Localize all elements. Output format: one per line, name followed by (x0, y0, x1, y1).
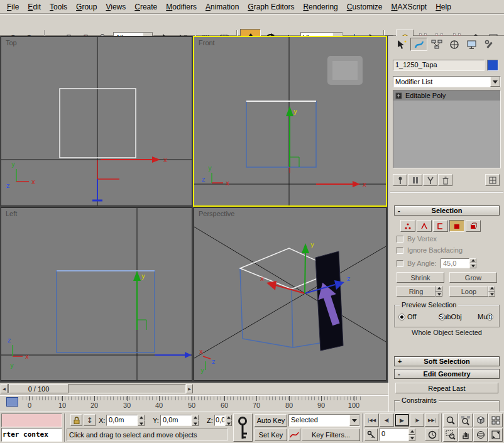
by-angle-spinner[interactable] (469, 258, 476, 268)
x-axis-gizmo-arrow[interactable] (353, 181, 360, 187)
set-key-button[interactable]: Set Key (255, 429, 287, 441)
viewport-perspective[interactable]: x z y x z y Perspective (194, 208, 386, 380)
tab-motion[interactable] (446, 38, 463, 51)
modifier-list-dropdown[interactable]: Modifier List (393, 76, 501, 87)
selection-rollout-header[interactable]: - Selection (394, 205, 500, 216)
menu-file[interactable]: File (3, 1, 23, 13)
default-tangents-button[interactable] (288, 429, 300, 441)
set-keys-button[interactable] (233, 413, 253, 442)
zoom-button[interactable] (443, 413, 457, 427)
x-coord-field[interactable]: 0,0m (106, 415, 138, 426)
selection-lock-toggle[interactable] (70, 414, 82, 426)
maximize-viewport-button[interactable] (488, 428, 503, 442)
ring-button[interactable]: Ring (397, 286, 436, 297)
next-frame-button[interactable]: |▶ (410, 413, 424, 427)
selected-object-wireframe[interactable] (246, 101, 316, 167)
polygon-subobject-button[interactable] (449, 220, 464, 232)
viewport-front-label[interactable]: Front (199, 39, 215, 46)
previous-frame-button[interactable]: ◀| (380, 413, 394, 427)
viewport-perspective-label[interactable]: Perspective (199, 210, 234, 217)
make-unique-button[interactable] (423, 174, 437, 186)
zoom-extents-all-button[interactable] (488, 413, 503, 427)
listener-input[interactable]: rter contex (1, 428, 62, 442)
tab-create[interactable] (393, 38, 410, 51)
key-mode-toggle-button[interactable] (364, 429, 378, 441)
auto-key-button[interactable]: Auto Key (255, 414, 287, 427)
pin-stack-button[interactable] (393, 174, 407, 186)
edge-subobject-button[interactable] (417, 220, 432, 232)
menu-modifiers[interactable]: Modifiers (162, 1, 201, 13)
arc-rotate-button[interactable] (473, 428, 488, 442)
by-angle-field[interactable]: 45,0 (441, 258, 469, 268)
menu-group[interactable]: Group (72, 1, 101, 13)
tab-display[interactable] (463, 38, 480, 51)
macro-recorder-panel[interactable] (1, 413, 62, 427)
edit-geometry-rollout-header[interactable]: - Edit Geometry (394, 369, 500, 379)
by-angle-checkbox[interactable] (397, 260, 403, 267)
go-to-start-button[interactable]: |◀◀ (364, 413, 379, 427)
absolute-offset-toggle[interactable]: ↕ (84, 414, 96, 426)
selected-object-wireframe[interactable] (57, 271, 155, 353)
menu-rendering[interactable]: Rendering (299, 1, 342, 13)
y-coord-field[interactable]: 0,0m (160, 415, 192, 426)
zoom-extents-button[interactable] (473, 413, 488, 427)
repeat-last-button[interactable]: Repeat Last (395, 383, 498, 393)
vertex-subobject-button[interactable] (400, 220, 415, 232)
x-coord-spinner[interactable] (138, 415, 145, 426)
x-axis-arrow[interactable] (152, 156, 160, 163)
time-configuration-button[interactable] (425, 429, 439, 441)
menu-tools[interactable]: Tools (45, 1, 72, 13)
current-frame-marker[interactable] (6, 397, 18, 407)
menu-customize[interactable]: Customize (342, 1, 387, 13)
modifier-stack-row[interactable]: Editable Poly (393, 90, 500, 101)
menu-edit[interactable]: Edit (23, 1, 45, 13)
x-axis-gizmo-arrow[interactable] (266, 281, 277, 290)
menu-help[interactable]: Help (431, 1, 456, 13)
zoom-all-button[interactable] (458, 413, 473, 427)
key-mode-dropdown[interactable]: Selected (288, 414, 360, 427)
y-axis-gizmo-arrow[interactable] (286, 106, 293, 116)
shrink-button[interactable]: Shrink (397, 272, 444, 283)
remove-modifier-button[interactable] (438, 174, 452, 186)
y-coord-spinner[interactable] (192, 415, 199, 426)
loop-button[interactable]: Loop (449, 286, 488, 297)
menu-graph-editors[interactable]: Graph Editors (243, 1, 299, 13)
tab-modify[interactable] (410, 38, 427, 51)
by-vertex-checkbox[interactable] (397, 236, 403, 243)
menu-views[interactable]: Views (101, 1, 130, 13)
preview-off-radio[interactable] (398, 314, 405, 320)
viewport-left-label[interactable]: Left (6, 210, 17, 217)
viewport-front[interactable]: y x y x z Front (194, 37, 386, 205)
modifier-stack-list[interactable]: Editable Poly (393, 90, 501, 168)
viewport-left[interactable]: y z x y Left (1, 208, 192, 380)
zoom-region-button[interactable] (443, 428, 457, 442)
y-axis-gizmo-arrow[interactable] (302, 243, 309, 253)
key-filters-button[interactable]: Key Filters... (302, 429, 360, 441)
border-subobject-button[interactable] (433, 220, 448, 232)
y-axis-gizmo-arrow[interactable] (133, 271, 141, 281)
frame-number-spinner[interactable] (408, 429, 415, 441)
time-slider-prev-button[interactable]: ◀ (1, 384, 8, 393)
grow-button[interactable]: Grow (449, 272, 497, 283)
configure-modifier-sets-button[interactable] (485, 174, 500, 186)
menu-animation[interactable]: Animation (201, 1, 243, 13)
go-to-end-button[interactable]: ▶▶| (425, 413, 439, 427)
loop-spinner[interactable] (488, 286, 495, 297)
tab-hierarchy[interactable] (428, 38, 445, 51)
element-subobject-button[interactable] (466, 220, 481, 232)
track-bar[interactable]: 0 10 20 30 40 50 60 70 80 90 100 (0, 395, 388, 412)
time-slider-handle[interactable]: 0 / 100 (9, 384, 68, 393)
time-slider-next-button[interactable]: ▶ (186, 384, 193, 393)
tab-utilities[interactable] (481, 38, 498, 51)
menu-create[interactable]: Create (130, 1, 162, 13)
show-end-result-button[interactable] (408, 174, 422, 186)
ring-spinner[interactable] (436, 286, 442, 297)
x-axis-gizmo-arrow[interactable] (185, 352, 192, 358)
menu-maxscript[interactable]: MAXScript (387, 1, 432, 13)
soft-selection-rollout-header[interactable]: + Soft Selection (394, 356, 500, 366)
object-name-field[interactable]: 1_1250_Tapa (393, 60, 485, 71)
object-color-swatch[interactable] (487, 60, 498, 71)
play-button[interactable]: ▶ (395, 413, 409, 427)
ignore-backfacing-checkbox[interactable] (397, 247, 403, 254)
z-coord-spinner[interactable] (225, 415, 232, 426)
